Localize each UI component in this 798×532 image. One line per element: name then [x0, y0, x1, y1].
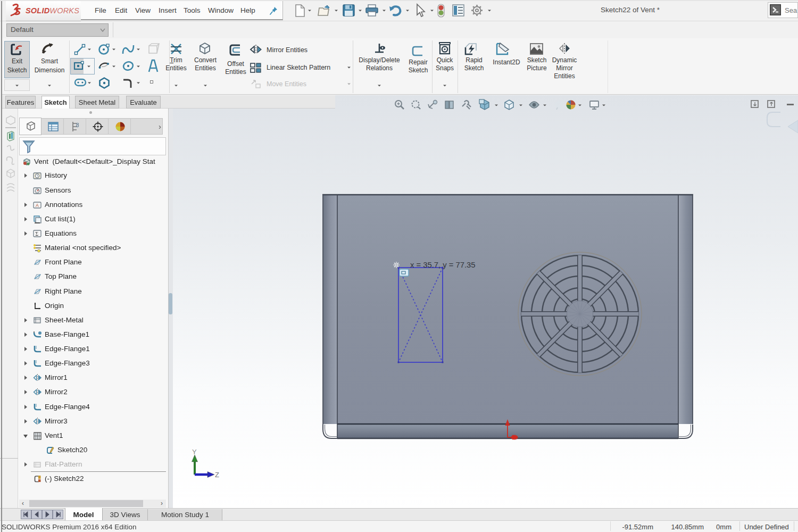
svg-text:8: 8 [76, 122, 79, 128]
svg-text:Σ: Σ [36, 231, 39, 237]
svg-text:x = 35.7, y = 77.35: x = 35.7, y = 77.35 [410, 261, 476, 269]
svg-text:A: A [36, 203, 39, 208]
svg-text:Y: Y [192, 448, 197, 456]
svg-text:Z: Z [215, 471, 219, 479]
